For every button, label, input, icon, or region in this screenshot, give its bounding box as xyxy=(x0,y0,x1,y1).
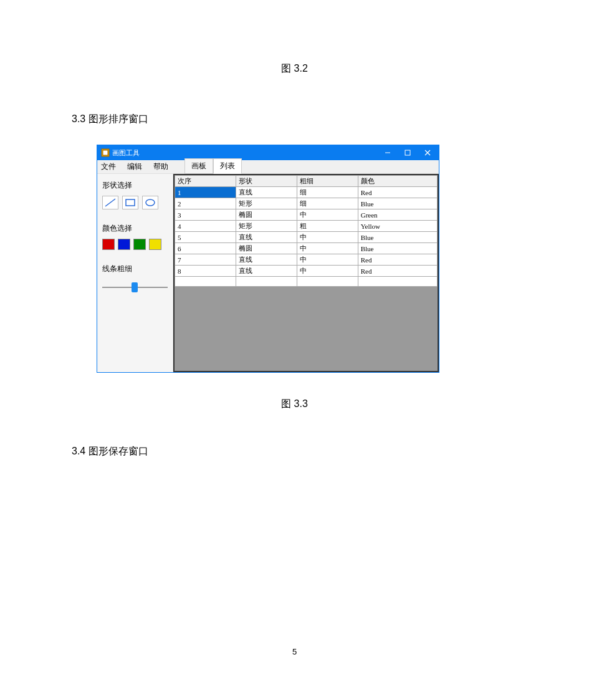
table-row[interactable]: 3椭圆中Green xyxy=(175,209,438,221)
cell-color[interactable]: Green xyxy=(358,209,437,221)
shape-ellipse-button[interactable] xyxy=(142,196,158,209)
col-shape[interactable]: 形状 xyxy=(236,176,297,187)
table-row[interactable]: 5直线中Blue xyxy=(175,232,438,243)
cell-seq[interactable]: 2 xyxy=(175,198,236,209)
cell-shape[interactable]: 直线 xyxy=(236,187,297,198)
tab-list[interactable]: 列表 xyxy=(213,158,242,174)
section-heading-3-4: 3.4 图形保存窗口 xyxy=(72,445,517,458)
page-number: 5 xyxy=(0,647,589,656)
cell-shape[interactable]: 直线 xyxy=(236,254,297,266)
color-select-label: 颜色选择 xyxy=(102,223,168,234)
menu-bar: 文件 编辑 帮助 画板 列表 xyxy=(97,160,439,174)
table-header-row: 次序 形状 粗细 颜色 xyxy=(175,176,438,187)
shape-line-button[interactable] xyxy=(102,196,118,209)
table-row[interactable]: 2矩形细Blue xyxy=(175,198,438,209)
window-title: 画图工具 xyxy=(112,148,140,158)
color-yellow-swatch[interactable] xyxy=(149,239,161,250)
thickness-label: 线条粗细 xyxy=(102,264,168,274)
color-red-swatch[interactable] xyxy=(102,239,115,250)
cell-shape[interactable]: 直线 xyxy=(236,266,297,277)
cell-seq[interactable]: 6 xyxy=(175,243,236,254)
grid-empty-area xyxy=(175,287,438,371)
cell-seq[interactable]: 8 xyxy=(175,266,236,277)
cell-thickness[interactable]: 细 xyxy=(297,198,358,209)
cell-color[interactable]: Red xyxy=(358,187,437,198)
cell-shape[interactable]: 直线 xyxy=(236,232,297,243)
color-green-swatch[interactable] xyxy=(133,239,146,250)
cell-seq[interactable]: 4 xyxy=(175,221,236,232)
cell-thickness[interactable]: 中 xyxy=(297,209,358,221)
color-blue-swatch[interactable] xyxy=(118,239,130,250)
cell-thickness[interactable]: 中 xyxy=(297,243,358,254)
svg-point-8 xyxy=(146,199,155,206)
col-thickness[interactable]: 粗细 xyxy=(297,176,358,187)
cell-thickness[interactable]: 中 xyxy=(297,254,358,266)
col-color[interactable]: 颜色 xyxy=(358,176,437,187)
cell-shape[interactable]: 椭圆 xyxy=(236,209,297,221)
table-row[interactable]: 7直线中Red xyxy=(175,254,438,266)
section-heading-3-3: 3.3 图形排序窗口 xyxy=(72,113,517,126)
svg-rect-3 xyxy=(405,150,410,155)
cell-shape[interactable]: 矩形 xyxy=(236,198,297,209)
slider-thumb-icon[interactable] xyxy=(132,282,138,292)
cell-thickness[interactable]: 中 xyxy=(297,266,358,277)
data-grid[interactable]: 次序 形状 粗细 颜色 1直线细Red2矩形细Blue3椭圆中Green4矩形粗… xyxy=(173,174,439,372)
cell-color[interactable]: Blue xyxy=(358,243,437,254)
menu-file[interactable]: 文件 xyxy=(101,161,116,172)
cell-color[interactable]: Red xyxy=(358,266,437,277)
table-row[interactable]: 1直线细Red xyxy=(175,187,438,198)
table-row[interactable]: 8直线中Red xyxy=(175,266,438,277)
app-icon xyxy=(101,148,110,157)
cell-shape[interactable]: 矩形 xyxy=(236,221,297,232)
cell-thickness[interactable]: 粗 xyxy=(297,221,358,232)
table-row-blank[interactable] xyxy=(175,277,438,287)
sidebar: 形状选择 xyxy=(97,174,173,372)
shape-select-label: 形状选择 xyxy=(102,180,168,191)
cell-shape[interactable]: 椭圆 xyxy=(236,243,297,254)
cell-color[interactable]: Blue xyxy=(358,232,437,243)
table-row[interactable]: 4矩形粗Yellow xyxy=(175,221,438,232)
figure-label-3-3: 图 3.3 xyxy=(72,398,517,411)
svg-rect-7 xyxy=(126,199,135,206)
menu-help[interactable]: 帮助 xyxy=(153,161,168,172)
cell-color[interactable]: Red xyxy=(358,254,437,266)
cell-color[interactable]: Blue xyxy=(358,198,437,209)
figure-label-3-2: 图 3.2 xyxy=(72,62,517,75)
menu-edit[interactable]: 编辑 xyxy=(127,161,142,172)
app-window: 画图工具 文件 编辑 帮助 xyxy=(97,145,439,373)
cell-thickness[interactable]: 中 xyxy=(297,232,358,243)
cell-seq[interactable]: 7 xyxy=(175,254,236,266)
cell-color[interactable]: Yellow xyxy=(358,221,437,232)
cell-seq[interactable]: 3 xyxy=(175,209,236,221)
cell-thickness[interactable]: 细 xyxy=(297,187,358,198)
thickness-slider[interactable] xyxy=(102,280,168,294)
close-button[interactable] xyxy=(418,146,438,160)
maximize-button[interactable] xyxy=(398,146,418,160)
col-seq[interactable]: 次序 xyxy=(175,176,236,187)
cell-seq[interactable]: 1 xyxy=(175,187,236,198)
svg-line-6 xyxy=(105,199,115,206)
table-row[interactable]: 6椭圆中Blue xyxy=(175,243,438,254)
cell-seq[interactable]: 5 xyxy=(175,232,236,243)
svg-rect-1 xyxy=(103,150,108,155)
minimize-button[interactable] xyxy=(378,146,398,160)
shape-rect-button[interactable] xyxy=(122,196,138,209)
tab-board[interactable]: 画板 xyxy=(184,158,213,174)
title-bar[interactable]: 画图工具 xyxy=(97,145,439,160)
